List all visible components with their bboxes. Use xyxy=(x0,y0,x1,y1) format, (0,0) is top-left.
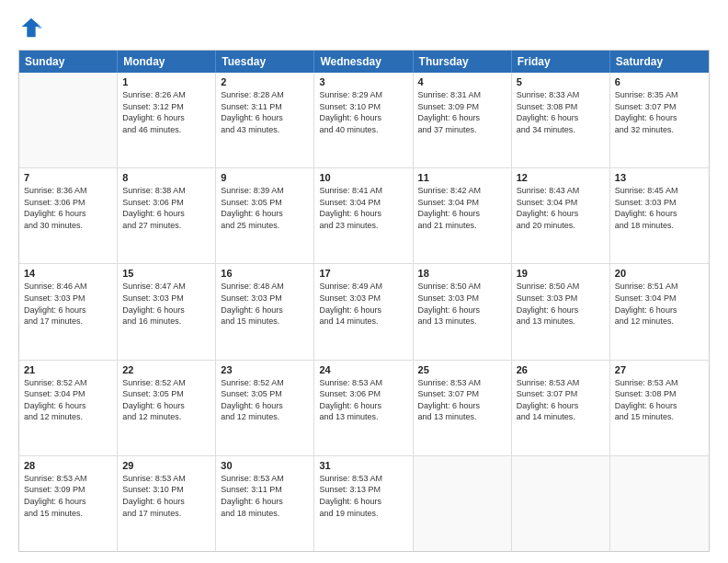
day-cell-25: 25Sunrise: 8:53 AM Sunset: 3:07 PM Dayli… xyxy=(414,361,512,455)
day-number: 8 xyxy=(122,172,210,183)
empty-cell-4-5 xyxy=(512,456,610,551)
svg-marker-0 xyxy=(22,18,41,38)
day-cell-10: 10Sunrise: 8:41 AM Sunset: 3:04 PM Dayli… xyxy=(314,168,413,263)
day-cell-18: 18Sunrise: 8:50 AM Sunset: 3:03 PM Dayli… xyxy=(414,264,512,359)
day-cell-23: 23Sunrise: 8:52 AM Sunset: 3:05 PM Dayli… xyxy=(216,361,314,455)
day-number: 13 xyxy=(615,172,704,183)
day-info: Sunrise: 8:49 AM Sunset: 3:03 PM Dayligh… xyxy=(319,281,407,327)
day-info: Sunrise: 8:53 AM Sunset: 3:07 PM Dayligh… xyxy=(517,377,605,423)
day-number: 20 xyxy=(615,268,704,279)
day-cell-6: 6Sunrise: 8:35 AM Sunset: 3:07 PM Daylig… xyxy=(610,73,709,167)
header-day-tuesday: Tuesday xyxy=(216,51,314,73)
day-number: 27 xyxy=(615,364,704,375)
day-cell-14: 14Sunrise: 8:46 AM Sunset: 3:03 PM Dayli… xyxy=(19,264,118,359)
day-number: 12 xyxy=(517,172,605,183)
day-number: 18 xyxy=(418,268,506,279)
day-cell-1: 1Sunrise: 8:26 AM Sunset: 3:12 PM Daylig… xyxy=(118,73,216,167)
day-cell-16: 16Sunrise: 8:48 AM Sunset: 3:03 PM Dayli… xyxy=(216,264,314,359)
day-info: Sunrise: 8:50 AM Sunset: 3:03 PM Dayligh… xyxy=(517,281,605,327)
day-cell-28: 28Sunrise: 8:53 AM Sunset: 3:09 PM Dayli… xyxy=(19,456,118,551)
day-number: 9 xyxy=(221,172,309,183)
logo xyxy=(18,15,48,40)
header-day-monday: Monday xyxy=(118,51,216,73)
day-info: Sunrise: 8:41 AM Sunset: 3:04 PM Dayligh… xyxy=(319,185,407,231)
day-info: Sunrise: 8:53 AM Sunset: 3:09 PM Dayligh… xyxy=(24,473,112,519)
day-info: Sunrise: 8:52 AM Sunset: 3:05 PM Dayligh… xyxy=(122,377,210,423)
header-day-thursday: Thursday xyxy=(414,51,512,73)
day-cell-29: 29Sunrise: 8:53 AM Sunset: 3:10 PM Dayli… xyxy=(118,456,216,551)
header-day-wednesday: Wednesday xyxy=(314,51,413,73)
day-cell-2: 2Sunrise: 8:28 AM Sunset: 3:11 PM Daylig… xyxy=(216,73,314,167)
day-info: Sunrise: 8:46 AM Sunset: 3:03 PM Dayligh… xyxy=(24,281,112,327)
day-info: Sunrise: 8:53 AM Sunset: 3:08 PM Dayligh… xyxy=(615,377,704,423)
day-number: 15 xyxy=(122,268,210,279)
logo-icon xyxy=(18,15,44,40)
empty-cell-4-6 xyxy=(610,456,709,551)
day-info: Sunrise: 8:53 AM Sunset: 3:07 PM Dayligh… xyxy=(418,377,506,423)
calendar-row-3: 21Sunrise: 8:52 AM Sunset: 3:04 PM Dayli… xyxy=(19,360,709,455)
day-cell-11: 11Sunrise: 8:42 AM Sunset: 3:04 PM Dayli… xyxy=(414,168,512,263)
day-cell-22: 22Sunrise: 8:52 AM Sunset: 3:05 PM Dayli… xyxy=(118,361,216,455)
day-info: Sunrise: 8:36 AM Sunset: 3:06 PM Dayligh… xyxy=(24,185,112,231)
day-number: 23 xyxy=(221,364,309,375)
day-info: Sunrise: 8:26 AM Sunset: 3:12 PM Dayligh… xyxy=(122,89,210,135)
day-number: 21 xyxy=(24,364,112,375)
header-day-friday: Friday xyxy=(512,51,610,73)
day-info: Sunrise: 8:53 AM Sunset: 3:11 PM Dayligh… xyxy=(221,473,309,519)
header-day-sunday: Sunday xyxy=(19,51,118,73)
calendar-body: 1Sunrise: 8:26 AM Sunset: 3:12 PM Daylig… xyxy=(19,73,709,551)
day-cell-7: 7Sunrise: 8:36 AM Sunset: 3:06 PM Daylig… xyxy=(19,168,118,263)
day-number: 25 xyxy=(418,364,506,375)
day-info: Sunrise: 8:53 AM Sunset: 3:06 PM Dayligh… xyxy=(319,377,407,423)
day-cell-30: 30Sunrise: 8:53 AM Sunset: 3:11 PM Dayli… xyxy=(216,456,314,551)
day-number: 16 xyxy=(221,268,309,279)
day-number: 5 xyxy=(517,76,605,87)
day-cell-27: 27Sunrise: 8:53 AM Sunset: 3:08 PM Dayli… xyxy=(610,361,709,455)
day-cell-5: 5Sunrise: 8:33 AM Sunset: 3:08 PM Daylig… xyxy=(512,73,610,167)
day-cell-15: 15Sunrise: 8:47 AM Sunset: 3:03 PM Dayli… xyxy=(118,264,216,359)
day-cell-8: 8Sunrise: 8:38 AM Sunset: 3:06 PM Daylig… xyxy=(118,168,216,263)
day-number: 17 xyxy=(319,268,407,279)
day-cell-17: 17Sunrise: 8:49 AM Sunset: 3:03 PM Dayli… xyxy=(314,264,413,359)
day-number: 19 xyxy=(517,268,605,279)
day-info: Sunrise: 8:43 AM Sunset: 3:04 PM Dayligh… xyxy=(517,185,605,231)
day-number: 14 xyxy=(24,268,112,279)
day-number: 24 xyxy=(319,364,407,375)
day-info: Sunrise: 8:53 AM Sunset: 3:13 PM Dayligh… xyxy=(319,473,407,519)
day-number: 26 xyxy=(517,364,605,375)
day-number: 7 xyxy=(24,172,112,183)
calendar-header: SundayMondayTuesdayWednesdayThursdayFrid… xyxy=(19,51,709,73)
calendar-row-2: 14Sunrise: 8:46 AM Sunset: 3:03 PM Dayli… xyxy=(19,263,709,359)
day-info: Sunrise: 8:51 AM Sunset: 3:04 PM Dayligh… xyxy=(615,281,704,327)
day-info: Sunrise: 8:29 AM Sunset: 3:10 PM Dayligh… xyxy=(319,89,407,135)
calendar: SundayMondayTuesdayWednesdayThursdayFrid… xyxy=(18,50,710,552)
day-info: Sunrise: 8:53 AM Sunset: 3:10 PM Dayligh… xyxy=(122,473,210,519)
day-cell-21: 21Sunrise: 8:52 AM Sunset: 3:04 PM Dayli… xyxy=(19,361,118,455)
day-number: 11 xyxy=(418,172,506,183)
day-info: Sunrise: 8:52 AM Sunset: 3:04 PM Dayligh… xyxy=(24,377,112,423)
day-number: 2 xyxy=(221,76,309,87)
page: SundayMondayTuesdayWednesdayThursdayFrid… xyxy=(0,0,728,563)
day-number: 6 xyxy=(615,76,704,87)
day-number: 30 xyxy=(221,460,309,471)
calendar-row-4: 28Sunrise: 8:53 AM Sunset: 3:09 PM Dayli… xyxy=(19,455,709,551)
day-info: Sunrise: 8:33 AM Sunset: 3:08 PM Dayligh… xyxy=(517,89,605,135)
day-number: 4 xyxy=(418,76,506,87)
header xyxy=(18,15,710,40)
day-cell-31: 31Sunrise: 8:53 AM Sunset: 3:13 PM Dayli… xyxy=(314,456,413,551)
day-info: Sunrise: 8:31 AM Sunset: 3:09 PM Dayligh… xyxy=(418,89,506,135)
day-info: Sunrise: 8:28 AM Sunset: 3:11 PM Dayligh… xyxy=(221,89,309,135)
day-info: Sunrise: 8:45 AM Sunset: 3:03 PM Dayligh… xyxy=(615,185,704,231)
day-info: Sunrise: 8:42 AM Sunset: 3:04 PM Dayligh… xyxy=(418,185,506,231)
day-number: 29 xyxy=(122,460,210,471)
day-number: 28 xyxy=(24,460,112,471)
day-number: 22 xyxy=(122,364,210,375)
empty-cell-4-4 xyxy=(414,456,512,551)
day-info: Sunrise: 8:47 AM Sunset: 3:03 PM Dayligh… xyxy=(122,281,210,327)
day-number: 3 xyxy=(319,76,407,87)
calendar-row-1: 7Sunrise: 8:36 AM Sunset: 3:06 PM Daylig… xyxy=(19,167,709,263)
day-info: Sunrise: 8:48 AM Sunset: 3:03 PM Dayligh… xyxy=(221,281,309,327)
day-info: Sunrise: 8:39 AM Sunset: 3:05 PM Dayligh… xyxy=(221,185,309,231)
day-info: Sunrise: 8:35 AM Sunset: 3:07 PM Dayligh… xyxy=(615,89,704,135)
day-cell-12: 12Sunrise: 8:43 AM Sunset: 3:04 PM Dayli… xyxy=(512,168,610,263)
